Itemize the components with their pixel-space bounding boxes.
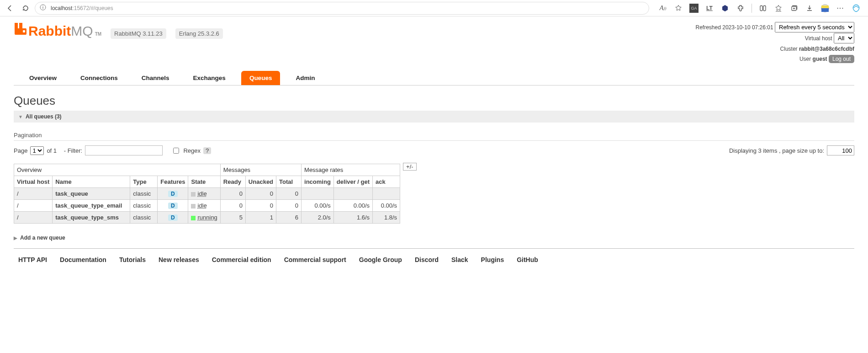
col-total[interactable]: Total <box>276 176 302 188</box>
vhost-label: Virtual host <box>805 35 832 42</box>
separator <box>752 4 752 13</box>
cell-name[interactable]: task_queue <box>53 188 130 200</box>
ext-2-icon[interactable]: LT <box>705 4 714 13</box>
tab-exchanges[interactable]: Exchanges <box>185 71 234 85</box>
cell-deliver: 1.6/s <box>333 212 372 224</box>
cell-vhost: / <box>14 188 53 200</box>
tab-admin[interactable]: Admin <box>287 71 323 85</box>
cell-ack: 0.00/s <box>373 200 400 212</box>
url-host: localhost <box>51 5 72 11</box>
split-screen-icon[interactable] <box>758 4 767 13</box>
col-incoming[interactable]: incoming <box>302 176 334 188</box>
extensions-icon[interactable] <box>736 4 745 13</box>
footer-commercial-edition[interactable]: Commercial edition <box>212 256 271 263</box>
footer-tutorials[interactable]: Tutorials <box>119 256 146 263</box>
all-queues-toggle[interactable]: ▼ All queues (3) <box>14 111 854 123</box>
cell-type: classic <box>130 200 158 212</box>
cluster-label: Cluster <box>780 46 798 52</box>
col-group-rates: Message rates <box>302 164 400 176</box>
vhost-select[interactable]: All <box>834 33 854 43</box>
svg-rect-11 <box>821 8 829 12</box>
filter-input[interactable] <box>85 145 163 155</box>
cell-ready: 0 <box>220 200 245 212</box>
favorites-bar-icon[interactable] <box>774 4 783 13</box>
read-aloud-icon[interactable]: A)) <box>658 4 667 13</box>
downloads-icon[interactable] <box>805 4 814 13</box>
tab-channels[interactable]: Channels <box>133 71 178 85</box>
cell-vhost: / <box>14 200 53 212</box>
col-unacked[interactable]: Unacked <box>245 176 276 188</box>
cell-deliver <box>333 188 372 200</box>
columns-toggle-button[interactable]: +/- <box>403 163 417 171</box>
cell-total: 0 <box>276 188 302 200</box>
footer-discord[interactable]: Discord <box>415 256 439 263</box>
footer-documentation[interactable]: Documentation <box>60 256 106 263</box>
collections-icon[interactable] <box>789 4 799 13</box>
col-group-messages: Messages <box>220 164 301 176</box>
cell-name[interactable]: task_queue_type_email <box>53 200 130 212</box>
cell-ack: 1.8/s <box>373 212 400 224</box>
browser-toolbar: localhost:15672/#/queues A)) GA LT ··· <box>0 0 868 16</box>
refresh-button[interactable] <box>19 2 32 15</box>
footer-google-group[interactable]: Google Group <box>359 256 402 263</box>
footer-new-releases[interactable]: New releases <box>159 256 199 263</box>
footer-slack[interactable]: Slack <box>451 256 468 263</box>
tab-overview[interactable]: Overview <box>21 71 65 85</box>
page-label: Page <box>14 147 27 154</box>
refresh-interval-select[interactable]: Refresh every 5 seconds <box>775 22 854 32</box>
cell-total: 0 <box>276 200 302 212</box>
display-count-label: Displaying 3 items , page size up to: <box>729 147 824 154</box>
col-features[interactable]: Features <box>158 176 188 188</box>
rabbitmq-logo[interactable]: RabbitMQTM <box>14 22 101 39</box>
regex-checkbox[interactable] <box>173 148 179 154</box>
table-row: /task_queue_type_emailclassicDidle0000.0… <box>14 200 400 212</box>
url-path: :15672/#/queues <box>72 5 113 11</box>
table-row: /task_queue_type_smsclassicDrunning5162.… <box>14 212 400 224</box>
back-button[interactable] <box>4 2 16 15</box>
favorite-star-icon[interactable] <box>674 4 683 13</box>
col-ready[interactable]: Ready <box>220 176 245 188</box>
svg-point-1 <box>42 5 43 6</box>
profile-avatar-icon[interactable] <box>820 4 830 13</box>
cell-ack <box>373 188 400 200</box>
cell-total: 6 <box>276 212 302 224</box>
cell-name[interactable]: task_queue_type_sms <box>53 212 130 224</box>
footer-separator <box>14 248 854 249</box>
col-state[interactable]: State <box>188 176 220 188</box>
copilot-sidebar-icon[interactable] <box>852 4 861 13</box>
ext-3-icon[interactable] <box>720 4 730 13</box>
tab-queues[interactable]: Queues <box>241 71 281 85</box>
cell-ready: 0 <box>220 188 245 200</box>
footer-plugins[interactable]: Plugins <box>481 256 504 263</box>
page-select[interactable]: 1 <box>30 146 44 155</box>
rabbitmq-version: RabbitMQ 3.11.23 <box>111 28 166 39</box>
user-value: guest <box>813 56 827 62</box>
regex-help-icon[interactable]: ? <box>203 147 211 154</box>
add-new-queue-toggle[interactable]: ▶ Add a new queue <box>14 232 854 244</box>
col-vhost[interactable]: Virtual host <box>14 176 53 188</box>
cell-state: idle <box>188 200 220 212</box>
logo-text-rabbit: Rabbit <box>28 23 71 39</box>
logo-block: RabbitMQTM RabbitMQ 3.11.23 Erlang 25.3.… <box>14 22 223 39</box>
address-bar[interactable]: localhost:15672/#/queues <box>35 2 649 15</box>
cell-incoming <box>302 188 334 200</box>
col-ack[interactable]: ack <box>373 176 400 188</box>
cell-vhost: / <box>14 212 53 224</box>
page-size-input[interactable] <box>827 145 854 155</box>
more-menu-icon[interactable]: ··· <box>836 4 845 13</box>
col-group-overview: Overview <box>14 164 221 176</box>
col-deliver[interactable]: deliver / get <box>333 176 372 188</box>
ext-1-icon[interactable]: GA <box>689 4 699 13</box>
cell-state: running <box>188 212 220 224</box>
tab-connections[interactable]: Connections <box>72 71 126 85</box>
col-name[interactable]: Name <box>53 176 130 188</box>
footer-commercial-support[interactable]: Commercial support <box>284 256 346 263</box>
col-type[interactable]: Type <box>130 176 158 188</box>
site-info-icon[interactable] <box>40 4 46 12</box>
svg-rect-2 <box>42 7 43 9</box>
all-queues-label: All queues (3) <box>26 113 62 120</box>
footer-http-api[interactable]: HTTP API <box>18 256 47 263</box>
logout-button[interactable]: Log out <box>829 55 854 63</box>
footer-github[interactable]: GitHub <box>517 256 538 263</box>
cell-incoming: 2.0/s <box>302 212 334 224</box>
